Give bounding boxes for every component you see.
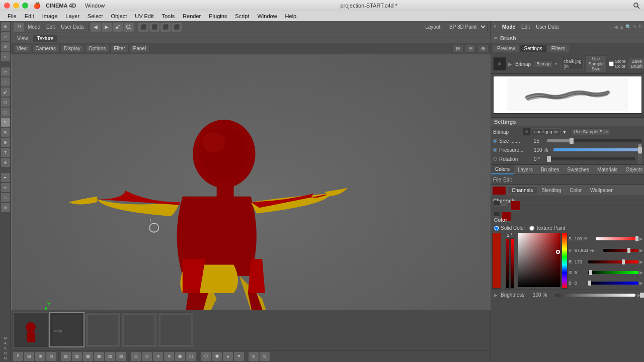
bt-icon22[interactable]: ⊟ [260,352,270,361]
chan-icon-2[interactable] [501,201,508,206]
tool-move[interactable]: ✥ [1,22,10,31]
tool-star[interactable]: ★ [1,158,10,167]
tab-texture[interactable]: Texture [33,35,58,42]
vp-menu-view[interactable]: View [13,45,31,52]
chan-icon-1[interactable] [493,201,500,206]
v-inc[interactable]: ▶ [639,248,643,253]
thumb-3[interactable] [86,312,121,347]
value-slider-vert[interactable] [510,238,514,289]
rp-edit-btn[interactable]: Edit [519,24,532,30]
vp-menu-panel[interactable]: Panel [130,45,150,52]
bt-icon15[interactable]: ▣ [175,352,185,361]
gtb-icon4[interactable]: ⬛ [172,23,182,32]
menu-object[interactable]: Object [107,13,130,20]
bt-icon21[interactable]: ⊞ [249,352,259,361]
chantab-channels[interactable]: Channels [508,187,537,194]
store-color-checkbox[interactable] [609,61,614,66]
r-inc[interactable]: ▶ [639,259,643,264]
bitmap-expand-arrow[interactable]: ▼ [554,61,558,66]
menu-plugins[interactable]: Plugins [205,13,230,20]
ctab-colors[interactable]: Colors [491,165,514,174]
mode-btn[interactable]: Mode [25,24,43,30]
brightness-collapse[interactable]: ▶ [494,293,498,298]
use-sample-size-btn[interactable]: Use Sample Size [571,128,611,135]
bt-icon5[interactable]: ▨ [61,352,71,361]
ctab-layers[interactable]: Layers [514,165,537,174]
bt-icon20[interactable]: ▼ [234,352,244,361]
brush-tab-preview[interactable]: Preview [493,45,519,52]
size-radio[interactable] [493,139,497,143]
texture-paint-label[interactable]: Texture Paint [529,225,565,231]
tab-view[interactable]: View [13,35,32,42]
gtb-icon3[interactable]: ⬛ [160,23,171,32]
menu-render[interactable]: Render [179,13,204,20]
close-button[interactable] [4,3,10,9]
tool-paint[interactable]: 🖌 [1,87,10,97]
tool-eraser[interactable]: ◻ [1,98,10,107]
bt-icon16[interactable]: ◫ [186,352,196,361]
bt-icon3[interactable]: ⊞ [35,352,45,361]
tool-fill[interactable]: ⬡ [1,108,10,117]
rp-mode-btn[interactable]: Mode [500,24,518,30]
bt-icon1[interactable]: ⠿ [13,352,23,361]
menu-edit[interactable]: Edit [21,13,38,20]
saturation-slider[interactable] [596,237,638,240]
thumb-4[interactable] [122,312,157,347]
gtb-icon2[interactable]: ⬛ [149,23,159,32]
menu-tools[interactable]: Tools [158,13,178,20]
bt-icon13[interactable]: ⊕ [153,352,163,361]
brightness-slider[interactable] [555,294,635,297]
vp-zoom-btn[interactable]: ⊟ [465,45,476,52]
search-icon[interactable] [633,2,640,9]
vp-menu-cameras[interactable]: Cameras [32,45,60,52]
bt-icon18[interactable]: ⬢ [212,352,222,361]
nav-forward[interactable]: ▶ [102,23,112,32]
rp-userdata-btn[interactable]: User Data [533,24,561,30]
menu-layer[interactable]: Layer [62,13,83,20]
menu-script[interactable]: Script [231,13,253,20]
bt-icon8[interactable]: ▦ [94,352,104,361]
bt-icon17[interactable]: ⬡ [201,352,211,361]
bitmap-dropdown[interactable]: Bitmap [534,60,553,67]
color-preview-large[interactable] [492,186,506,195]
tool-coords[interactable]: ⊞ [1,203,10,212]
tool-pen[interactable]: ✏ [1,183,10,192]
tool-scale[interactable]: ⤡ [1,52,10,61]
tool-select-rect[interactable]: ▭ [1,67,10,76]
vp-menu-options[interactable]: Options [85,45,109,52]
tool-brush[interactable]: ✎ [1,118,10,127]
brush-tab-filters[interactable]: Filters [547,45,569,52]
pressure-slider[interactable] [553,148,642,151]
tool-arrow[interactable]: ↗ [1,32,10,41]
b-inc[interactable]: ▶ [639,281,643,286]
tool-select-circle[interactable]: ○ [1,77,10,86]
tool-rect[interactable]: □ [1,193,10,202]
chantab-color[interactable]: Color [566,187,586,194]
bt-icon19[interactable]: ▲ [223,352,233,361]
r-slider[interactable] [588,260,638,263]
thumb-1[interactable] [13,312,48,347]
colors-edit-btn[interactable]: Edit [503,177,512,183]
tool-clone[interactable]: ⊕ [1,138,10,147]
chantab-wallpaper[interactable]: Wallpaper [586,187,617,194]
nav-back[interactable]: ◀ [91,23,101,32]
menu-window[interactable]: Window [85,3,105,9]
hue-strip[interactable] [561,233,568,289]
gtb-icon1[interactable]: ⬛ [138,23,148,32]
bt-icon11[interactable]: ⊞ [131,352,141,361]
thumb-5[interactable] [158,312,193,347]
pressure-radio[interactable] [493,148,497,152]
vp-reset-btn[interactable]: ⊕ [477,45,489,52]
solid-color-label[interactable]: Solid Color [494,225,525,231]
colors-file-btn[interactable]: File [493,177,501,183]
chan-color-swatch[interactable] [510,201,520,211]
b-slider[interactable] [588,282,638,285]
ctab-materials[interactable]: Materials [593,165,622,174]
search-toolbar-icon[interactable] [124,23,134,32]
layout-dropdown[interactable]: BP 3D Paint [445,23,488,31]
bt-icon9[interactable]: ▥ [105,352,115,361]
save-brush-btn[interactable]: Save Brush [628,58,644,70]
bt-icon4[interactable]: ⊟ [46,352,56,361]
bt-icon14[interactable]: ⊗ [164,352,174,361]
tool-eyedropper[interactable]: ✒ [1,173,10,182]
